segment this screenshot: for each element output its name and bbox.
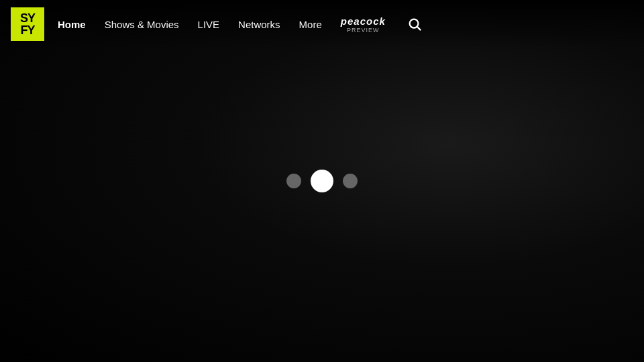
peacock-sublabel: Preview xyxy=(347,27,380,34)
search-button[interactable] xyxy=(407,17,422,32)
site-header: SY FY Home Shows & Movies LIVE Networks … xyxy=(0,0,644,48)
logo-text: SY FY xyxy=(11,7,44,41)
loading-dot-right xyxy=(343,174,358,188)
nav-more[interactable]: More xyxy=(299,19,322,30)
nav-live[interactable]: LIVE xyxy=(198,19,220,30)
nav-shows-movies[interactable]: Shows & Movies xyxy=(105,19,179,30)
nav-networks[interactable]: Networks xyxy=(238,19,280,30)
svg-line-1 xyxy=(417,27,421,30)
nav-home[interactable]: Home xyxy=(58,19,86,30)
peacock-label: peacock xyxy=(341,15,386,27)
loading-indicator xyxy=(286,170,358,192)
peacock-link[interactable]: peacock Preview xyxy=(341,15,386,34)
main-nav: Home Shows & Movies LIVE Networks More p… xyxy=(58,15,422,34)
syfy-logo[interactable]: SY FY xyxy=(11,7,44,41)
loading-dot-left xyxy=(286,174,301,188)
svg-point-0 xyxy=(410,19,419,28)
search-icon xyxy=(407,17,422,32)
loading-dot-center xyxy=(311,170,333,192)
